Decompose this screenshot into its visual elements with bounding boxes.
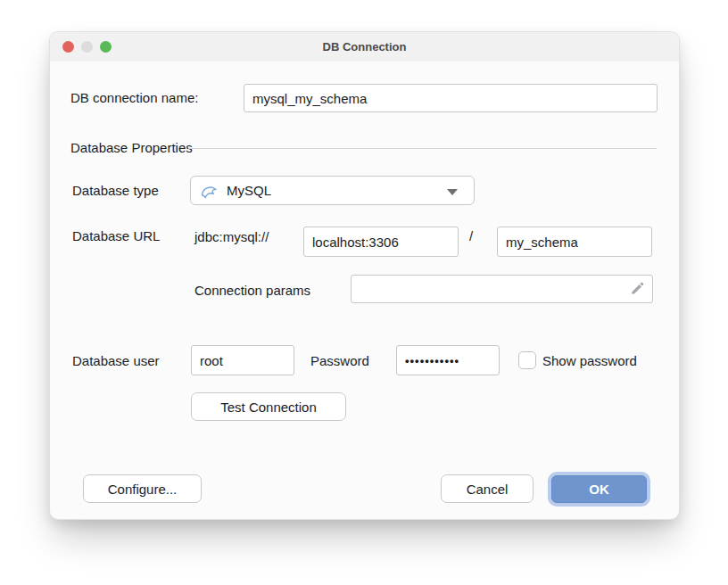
url-separator-text: / bbox=[469, 228, 473, 243]
database-user-label: Database user bbox=[72, 353, 160, 368]
test-connection-button[interactable]: Test Connection bbox=[191, 392, 346, 421]
window-title: DB Connection bbox=[50, 32, 679, 62]
cancel-button[interactable]: Cancel bbox=[441, 474, 534, 503]
jdbc-prefix-text: jdbc:mysql:// bbox=[194, 229, 269, 244]
schema-input[interactable] bbox=[497, 227, 652, 257]
password-input[interactable] bbox=[396, 345, 500, 375]
connection-name-label: DB connection name: bbox=[70, 90, 198, 105]
connection-params-label: Connection params bbox=[194, 283, 310, 298]
title-bar: DB Connection bbox=[50, 32, 679, 62]
show-password-label: Show password bbox=[542, 353, 637, 368]
password-label: Password bbox=[310, 353, 369, 368]
connection-params-input[interactable] bbox=[351, 275, 653, 303]
database-type-label: Database type bbox=[72, 183, 159, 198]
db-connection-dialog: DB Connection DB connection name: Databa… bbox=[49, 31, 680, 520]
show-password-checkbox[interactable] bbox=[518, 351, 536, 369]
database-user-input[interactable] bbox=[191, 345, 294, 375]
section-divider bbox=[188, 148, 657, 149]
connection-name-input[interactable] bbox=[244, 84, 658, 112]
mysql-dolphin-icon bbox=[200, 183, 219, 199]
database-url-label: Database URL bbox=[72, 228, 160, 243]
database-type-value: MySQL bbox=[227, 183, 271, 198]
ok-button[interactable]: OK bbox=[551, 475, 647, 503]
configure-button[interactable]: Configure... bbox=[83, 474, 202, 503]
chevron-down-icon bbox=[447, 189, 458, 195]
host-port-input[interactable] bbox=[303, 227, 459, 257]
section-title: Database Properties bbox=[70, 140, 193, 155]
database-type-dropdown[interactable]: MySQL bbox=[190, 176, 475, 205]
pencil-edit-icon[interactable] bbox=[628, 280, 646, 298]
